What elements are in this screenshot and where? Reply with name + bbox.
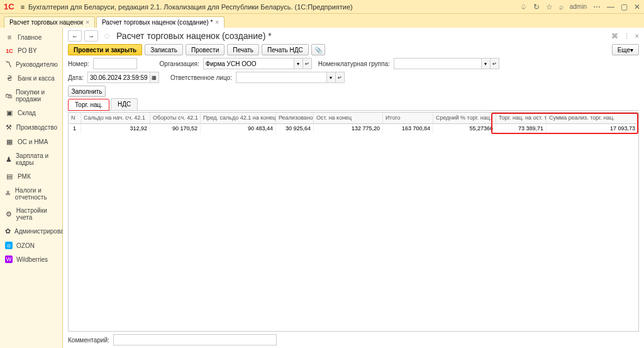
minimize-icon[interactable]: — [607, 3, 614, 11]
poby-icon: 1С [5, 48, 14, 54]
tab-close-icon[interactable]: × [86, 19, 89, 26]
org-label: Организация: [160, 60, 199, 67]
print-vat-button[interactable]: Печать НДС [262, 44, 309, 55]
bell-icon[interactable]: ♤ [520, 3, 527, 11]
cell-n: 1 [69, 124, 81, 134]
cell-sum-real: 17 093,73 [547, 124, 638, 134]
truck-icon: ▦ [5, 138, 14, 146]
col-ost-end[interactable]: Ост. на конец [314, 113, 383, 123]
date-field[interactable] [87, 72, 150, 83]
sidebar-item-ozon[interactable]: oOZON [0, 239, 62, 252]
sidebar-item-settings[interactable]: ⚙Настройки учета [0, 204, 62, 224]
tab-close-icon[interactable]: × [215, 19, 219, 26]
sidebar-item-hr[interactable]: ♟Зарплата и кадры [0, 149, 62, 169]
gear-icon: ⚙ [5, 210, 13, 218]
col-nac-ost[interactable]: Торг. нац. на ост. тов. [496, 113, 547, 123]
org-field[interactable] [203, 58, 294, 69]
sidebar-item-sales[interactable]: 🛍Покупки и продажи [0, 86, 62, 106]
post-close-button[interactable]: Провести и закрыть [68, 44, 142, 55]
favorite-icon[interactable]: ☆ [103, 31, 111, 41]
sidebar-item-wb[interactable]: WWildberries [0, 252, 62, 266]
settings-icon[interactable]: ⋯ [593, 3, 601, 11]
comment-label: Комментарий: [68, 337, 109, 344]
subtab-vat[interactable]: НДС [111, 98, 138, 110]
sidebar-item-poby[interactable]: 1СPO BY [0, 44, 62, 57]
resp-dropdown-icon[interactable]: ▾ [327, 72, 336, 83]
sidebar-item-admin[interactable]: ✿Администрирование [0, 224, 62, 239]
fill-button[interactable]: Заполнить [68, 86, 106, 97]
org-dropdown-icon[interactable]: ▾ [294, 58, 303, 69]
ozon-icon: o [5, 242, 13, 249]
grid-header: N Сальдо на нач. сч. 42.1 Обороты сч. 42… [69, 113, 638, 124]
tab-label: Расчет торговых наценок (создание) * [102, 19, 213, 26]
window-title: Бухгалтерия для Беларуси, редакция 2.1. … [28, 3, 520, 11]
table-row[interactable]: 1 312,92 90 170,52 90 483,44 30 925,64 1… [69, 124, 638, 134]
sidebar-item-tax[interactable]: ≚Налоги и отчетность [0, 184, 62, 204]
sidebar-item-rmk[interactable]: ▤РМК [0, 169, 62, 184]
col-pred-saldo[interactable]: Пред. сальдо 42.1 на конец. [201, 113, 276, 123]
nomgroup-open-icon[interactable]: ↵ [491, 58, 499, 69]
resp-label: Ответственное лицо: [170, 74, 232, 81]
forward-button[interactable]: → [84, 30, 98, 42]
cell-saldo-start: 312,92 [81, 124, 150, 134]
home-icon: ≡ [5, 33, 14, 41]
history-icon[interactable]: ↻ [533, 3, 540, 11]
sidebar-item-bank[interactable]: ₴Банк и касса [0, 71, 62, 86]
cell-itogo: 163 700,84 [383, 124, 433, 134]
col-oborot[interactable]: Обороты сч. 42.1 [150, 113, 201, 123]
subtab-margin[interactable]: Торг. нац. [68, 99, 109, 111]
report-icon: ≚ [5, 190, 11, 198]
pos-icon: ▤ [5, 172, 14, 181]
date-picker-icon[interactable]: ▦ [150, 72, 159, 83]
tab-create[interactable]: Расчет торговых наценок (создание) * × [96, 16, 225, 28]
menu-dots-icon[interactable]: ⋮ [623, 32, 630, 40]
more-button[interactable]: Еще ▾ [612, 44, 639, 55]
date-label: Дата: [68, 74, 84, 81]
col-itogo[interactable]: Итого [383, 113, 433, 123]
col-realized[interactable]: Реализовано [276, 113, 314, 123]
data-grid: N Сальдо на нач. сч. 42.1 Обороты сч. 42… [68, 112, 639, 332]
resp-open-icon[interactable]: ↵ [336, 72, 345, 83]
sidebar-item-warehouse[interactable]: ▣Склад [0, 106, 62, 120]
print-button[interactable]: Печать [227, 44, 259, 55]
cell-oborot: 90 170,52 [150, 124, 201, 134]
col-n[interactable]: N [69, 113, 81, 123]
bank-icon: ₴ [5, 74, 14, 82]
back-button[interactable]: ← [68, 30, 82, 42]
menu-icon[interactable]: ≡ [21, 3, 25, 11]
close-icon[interactable]: ✕ [634, 3, 640, 11]
box-icon: ▣ [5, 109, 14, 117]
link-icon[interactable]: ⌘ [611, 32, 618, 40]
search-icon[interactable]: ⌕ [559, 3, 564, 11]
sidebar-item-main[interactable]: ≡Главное [0, 30, 62, 44]
resp-field[interactable] [236, 72, 327, 83]
nomgroup-label: Номенклатурная группа: [318, 60, 390, 67]
sidebar-item-production[interactable]: ⚒Производство [0, 120, 62, 135]
col-saldo-start[interactable]: Сальдо на нач. сч. 42.1 [81, 113, 150, 123]
org-open-icon[interactable]: ↵ [303, 58, 312, 69]
app-logo: 1C [4, 2, 14, 11]
user-label[interactable]: admin [570, 3, 587, 10]
page-close-icon[interactable]: × [635, 32, 639, 40]
col-avg-pct[interactable]: Средний % торг. нац. [433, 113, 496, 123]
cart-icon: 🛍 [5, 92, 12, 99]
nomgroup-field[interactable] [394, 58, 482, 69]
sidebar-item-manager[interactable]: 〽Руководителю [0, 57, 62, 71]
sidebar-item-assets[interactable]: ▦ОС и НМА [0, 135, 62, 149]
cell-avg-pct: 55,27366 [433, 124, 496, 134]
factory-icon: ⚒ [5, 123, 13, 132]
post-button[interactable]: Провести [186, 44, 225, 55]
people-icon: ♟ [5, 155, 12, 164]
write-button[interactable]: Записать [145, 44, 183, 55]
tab-list[interactable]: Расчет торговых наценок × [4, 16, 95, 28]
attach-button[interactable]: 📎 [311, 44, 325, 55]
maximize-icon[interactable]: ▢ [621, 3, 628, 11]
star-icon[interactable]: ☆ [546, 3, 553, 11]
number-label: Номер: [68, 60, 89, 67]
col-sum-real[interactable]: Сумма реализ. торг. нац. [547, 113, 638, 123]
cell-pred-saldo: 90 483,44 [201, 124, 276, 134]
comment-field[interactable] [113, 334, 277, 345]
number-field[interactable] [93, 58, 137, 69]
nomgroup-dropdown-icon[interactable]: ▾ [482, 58, 491, 69]
wrench-icon: ✿ [5, 227, 11, 235]
